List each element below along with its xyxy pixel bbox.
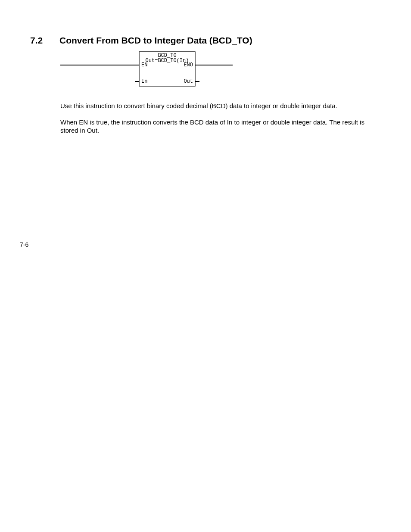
block-expr: Out=BCD_TO(In)	[146, 58, 189, 64]
section-heading: 7.2 Convert From BCD to Integer Data (BC…	[30, 35, 252, 46]
paragraph-1: Use this instruction to convert binary c…	[60, 102, 366, 110]
paragraph-2: When EN is true, the instruction convert…	[60, 118, 366, 135]
block-out-label: Out	[184, 78, 193, 84]
block-eno-label: ENO	[184, 62, 193, 68]
function-block-diagram: BCD_TO Out=BCD_TO(In) EN ENO In Out	[60, 50, 405, 91]
block-en-label: EN	[141, 62, 147, 68]
section-number: 7.2	[30, 35, 59, 46]
section-title: Convert From BCD to Integer Data (BCD_TO…	[59, 35, 252, 46]
page-number: 7-6	[20, 241, 28, 248]
block-in-label: In	[141, 78, 147, 84]
document-page: 7.2 Convert From BCD to Integer Data (BC…	[0, 0, 411, 532]
